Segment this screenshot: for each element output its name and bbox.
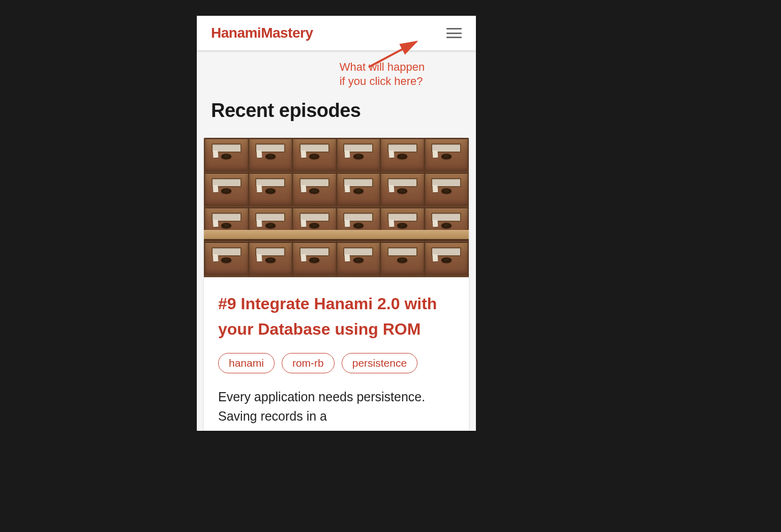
episode-title[interactable]: #9 Integrate Hanami 2.0 with your Databa… <box>218 291 455 342</box>
episode-card-body: #9 Integrate Hanami 2.0 with your Databa… <box>204 277 469 431</box>
brand-logo[interactable]: HanamiMastery <box>211 25 313 41</box>
annotation-line-1: What will happen <box>340 61 425 73</box>
tag-hanami[interactable]: hanami <box>218 353 275 373</box>
episode-excerpt: Every application needs persistence. Sav… <box>218 388 455 426</box>
tag-persistence[interactable]: persistence <box>342 353 417 373</box>
hamburger-menu-icon[interactable] <box>446 28 462 38</box>
tag-rom-rb[interactable]: rom-rb <box>282 353 335 373</box>
episode-tags: hanami rom-rb persistence <box>218 353 455 373</box>
episode-thumbnail <box>204 138 469 277</box>
annotation-callout: What will happen if you click here? <box>197 51 476 93</box>
annotation-line-2: if you click here? <box>340 75 423 87</box>
annotation-text: What will happen if you click here? <box>340 60 425 88</box>
app-header: HanamiMastery <box>197 16 476 51</box>
mobile-viewport: HanamiMastery What will happen if you cl… <box>197 16 476 431</box>
episode-card[interactable]: #9 Integrate Hanami 2.0 with your Databa… <box>204 138 469 431</box>
section-title: Recent episodes <box>211 100 462 122</box>
